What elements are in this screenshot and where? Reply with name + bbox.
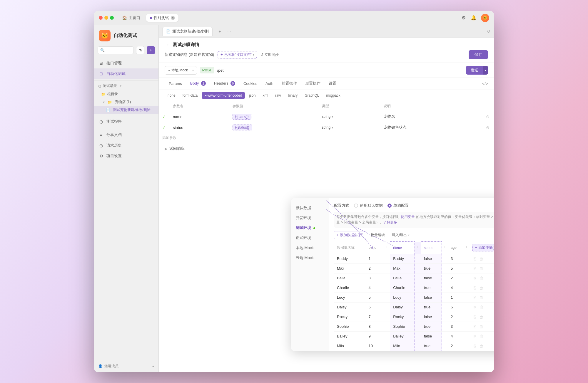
bulk-edit-button[interactable]: 批量编辑 [368, 231, 387, 239]
add-param-button[interactable]: 添加参数 [159, 133, 494, 143]
dataset-row-status-val[interactable]: true [421, 322, 442, 331]
dataset-row-status-val[interactable]: false [421, 293, 442, 302]
petid-col-menu[interactable]: ⋮ [384, 246, 390, 250]
row-delete-icon[interactable]: 🗑 [478, 315, 485, 319]
body-tab-msgpack[interactable]: msgpack [323, 92, 343, 99]
tab-body[interactable]: Body 2 [186, 78, 210, 90]
sidebar-item-api[interactable]: ⊞ 接口管理 [94, 58, 158, 68]
row-copy-icon[interactable]: ⎘ [472, 266, 477, 271]
tree-root[interactable]: 📁 根目录 [94, 90, 158, 98]
row-copy-icon[interactable]: ⎘ [472, 285, 477, 290]
row-delete-icon[interactable]: 🗑 [478, 324, 485, 329]
send-button[interactable]: 发送 [466, 66, 483, 75]
import-export-button[interactable]: 导入/导出 ▾ [390, 231, 412, 239]
dataset-row-status-val[interactable]: false [421, 312, 442, 322]
url-input[interactable] [217, 68, 463, 73]
dataset-row-status-val[interactable]: true [421, 302, 442, 312]
send-dropdown[interactable]: ▾ [483, 66, 488, 75]
settings-icon[interactable]: ⚙ [461, 15, 466, 21]
tree-folder[interactable]: ▾ 📁 宠物店 (1) [94, 98, 158, 106]
row-copy-icon[interactable]: ⎘ [472, 295, 477, 300]
body-tab-urlencoded[interactable]: x-www-form-urlencoded [202, 92, 245, 99]
row-delete-icon[interactable]: 🗑 [478, 295, 485, 300]
age-col-menu[interactable]: ⋮ [464, 246, 470, 250]
sidebar-item-history[interactable]: ◷ 请求历史 [94, 140, 158, 151]
dataset-row-status-val[interactable]: false [421, 254, 442, 263]
dataset-row-name-val[interactable]: Bella [390, 273, 415, 283]
dataset-row-name-val[interactable]: Sophie [390, 322, 415, 331]
notification-icon[interactable]: 🔔 [471, 15, 476, 21]
return-section[interactable]: ▶ 返回响应 [159, 143, 494, 154]
tab-settings[interactable]: 设置 [325, 78, 340, 90]
body-tab-binary[interactable]: binary [285, 92, 300, 99]
th-petid-menu[interactable]: ⋮ [384, 242, 390, 254]
th-name-menu[interactable]: ⋮ [415, 242, 421, 254]
body-tab-graphql[interactable]: GraphQL [302, 92, 322, 99]
dataset-row-name-val[interactable]: Max [390, 263, 415, 273]
tab-pre-ops[interactable]: 前置操作 [278, 78, 301, 90]
dataset-row-status-val[interactable]: true [421, 341, 442, 351]
dataset-row-name-val[interactable]: Daisy [390, 302, 415, 312]
api-doc-badge[interactable]: ✦ 已关联"接口文档" ▾ [218, 51, 257, 58]
body-tab-raw[interactable]: raw [272, 92, 284, 99]
tree-header[interactable]: ◷ 测试场景 ▾ [94, 82, 158, 90]
row-delete-icon[interactable]: 🗑 [478, 285, 485, 290]
save-button[interactable]: 保存 [469, 50, 488, 59]
sidebar-item-settings[interactable]: ⚙ 项目设置 [94, 151, 158, 161]
body-tab-none[interactable]: none [165, 92, 178, 99]
user-avatar[interactable]: 😊 [481, 14, 489, 22]
minimize-button[interactable] [104, 16, 108, 20]
body-tab-formdata[interactable]: form-data [180, 92, 201, 99]
sync-button[interactable]: ↺ 立即同步 [260, 52, 279, 57]
dataset-row-name-val[interactable]: Buddy [390, 254, 415, 263]
row-copy-icon[interactable]: ⎘ [472, 315, 477, 319]
tab-cookies[interactable]: Cookies [239, 78, 261, 89]
code-icon[interactable]: </> [482, 78, 488, 89]
env-item-default[interactable]: 默认数据 [291, 203, 329, 213]
name-col-menu[interactable]: ⋮ [415, 246, 421, 250]
add-button[interactable]: + [147, 46, 155, 54]
row-param-value2[interactable]: {{status}} [229, 122, 318, 133]
dataset-row-status-val[interactable]: true [421, 283, 442, 293]
row-delete-icon[interactable]: 🗑 [478, 305, 485, 310]
dataset-row-name-val[interactable]: Rocky [390, 312, 415, 322]
row-copy-icon[interactable]: ⎘ [472, 334, 477, 339]
env-item-cloud-mock[interactable]: 云端 Mock [291, 253, 329, 263]
sidebar-item-share[interactable]: ≡ 分享文档 [94, 130, 158, 140]
use-variable-link[interactable]: 使用变量 [401, 215, 415, 219]
more-tabs-button[interactable]: ··· [225, 28, 233, 35]
standalone-radio[interactable]: 单独配置 [387, 203, 409, 208]
env-item-dev[interactable]: 开发环境 [291, 213, 329, 223]
tab-headers[interactable]: Headers 9 [210, 78, 239, 90]
dataset-row-status-val[interactable]: false [421, 273, 442, 283]
maximize-button[interactable] [110, 16, 114, 20]
remove-icon2[interactable]: ⊖ [485, 125, 490, 130]
th-add-variable[interactable]: + 添加变量(列) [470, 242, 494, 254]
env-selector[interactable]: ✦ 本地 Mock ▾ [165, 66, 197, 75]
search-input[interactable] [106, 48, 131, 52]
row-delete-icon[interactable]: 🗑 [478, 344, 485, 348]
tree-active-item[interactable]: 📄 测试宠物新建/修改/删除 [94, 106, 158, 114]
active-tab[interactable]: 性能测试 ✕ [146, 14, 178, 22]
tab-params[interactable]: Params [165, 78, 186, 89]
learn-more-link[interactable]: 了解更多 [383, 220, 397, 224]
row-copy-icon[interactable]: ⎘ [472, 256, 477, 261]
content-tab[interactable]: 📄 测试宠物新建/修改/删 [162, 27, 213, 36]
env-item-test[interactable]: 测试环境 [291, 223, 329, 233]
row-delete-icon[interactable]: 🗑 [478, 334, 485, 339]
dataset-row-name-val[interactable]: Bailey [390, 331, 415, 341]
close-button[interactable] [99, 16, 103, 20]
env-item-local-mock[interactable]: 本地 Mock [291, 243, 329, 253]
env-item-prod[interactable]: 正式环境 [291, 233, 329, 243]
row-copy-icon[interactable]: ⎘ [472, 276, 477, 280]
row-remove2[interactable]: ⊖ [482, 122, 494, 133]
row-copy-icon[interactable]: ⎘ [472, 305, 477, 310]
sidebar-item-report[interactable]: ◷ 测试报告 [94, 116, 158, 127]
home-tab[interactable]: 🏠 主窗口 [118, 14, 144, 22]
tab-close-button[interactable]: ✕ [171, 16, 175, 20]
row-remove[interactable]: ⊖ [482, 111, 494, 122]
dataset-row-status-val[interactable]: false [421, 331, 442, 341]
dataset-row-status-val[interactable]: true [421, 263, 442, 273]
use-default-radio[interactable]: 使用默认数据 [354, 203, 383, 208]
dataset-row-name-val[interactable]: Lucy [390, 293, 415, 302]
